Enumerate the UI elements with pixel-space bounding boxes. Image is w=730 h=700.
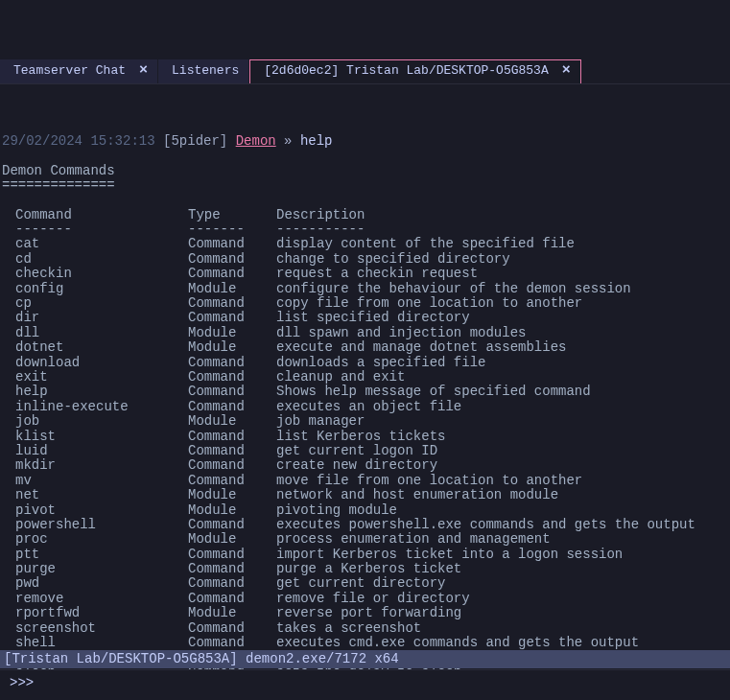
command-row: netModulenetwork and host enumeration mo… bbox=[15, 488, 728, 502]
tab-1[interactable]: Listeners bbox=[158, 59, 249, 83]
command-row: removeCommandremove file or directory bbox=[15, 592, 728, 606]
command-description: move file from one location to another bbox=[276, 474, 728, 488]
command-type: Command bbox=[188, 252, 276, 267]
command-row: dotnetModuleexecute and manage dotnet as… bbox=[15, 340, 728, 355]
help-title: Demon Commands bbox=[2, 163, 115, 178]
prompt-source-link[interactable]: Demon bbox=[236, 133, 276, 149]
command-list: CommandTypeDescription------------------… bbox=[2, 208, 728, 700]
command-row: pttCommandimport Kerberos ticket into a … bbox=[15, 548, 728, 562]
tab-2[interactable]: [2d6d0ec2] Tristan Lab/DESKTOP-O5G853A× bbox=[249, 59, 580, 83]
tab-0[interactable]: Teamserver Chat× bbox=[0, 59, 158, 83]
command-type: Module bbox=[188, 414, 276, 429]
command-description: job manager bbox=[276, 414, 728, 429]
command-type: Command bbox=[188, 311, 276, 325]
command-description: create new directory bbox=[276, 458, 728, 473]
command-name: inline-execute bbox=[15, 400, 188, 414]
command-type: Command bbox=[188, 267, 276, 281]
command-type: Command bbox=[188, 592, 276, 606]
command-name: config bbox=[15, 282, 188, 296]
command-row: pwdCommandget current directory bbox=[15, 576, 728, 591]
command-type: Command bbox=[188, 636, 276, 650]
command-row: shellCommandexecutes cmd.exe commands an… bbox=[15, 636, 728, 650]
prompt-input: help bbox=[300, 133, 333, 149]
command-type: Command bbox=[188, 385, 276, 399]
command-description: copy file from one location to another bbox=[276, 296, 728, 311]
input-prompt-prefix: >>> bbox=[10, 676, 34, 690]
command-type: Command bbox=[188, 237, 276, 251]
command-description: dll spawn and injection modules bbox=[276, 326, 728, 340]
command-name: dotnet bbox=[15, 340, 188, 355]
command-row: mkdirCommandcreate new directory bbox=[15, 458, 728, 473]
command-row: powershellCommandexecutes powershell.exe… bbox=[15, 518, 728, 532]
command-type: Module bbox=[188, 282, 276, 296]
command-row: dllModuledll spawn and injection modules bbox=[15, 326, 728, 340]
command-row: checkinCommandrequest a checkin request bbox=[15, 267, 728, 281]
command-name: mkdir bbox=[15, 458, 188, 473]
command-name: dll bbox=[15, 326, 188, 340]
command-type: Command bbox=[188, 444, 276, 458]
command-description: display content of the specified file bbox=[276, 237, 728, 251]
command-row: catCommanddisplay content of the specifi… bbox=[15, 237, 728, 251]
command-type: Command bbox=[188, 576, 276, 591]
command-name: pwd bbox=[15, 576, 188, 591]
command-description: request a checkin request bbox=[276, 267, 728, 281]
command-type: Module bbox=[188, 503, 276, 518]
command-description: remove file or directory bbox=[276, 592, 728, 606]
command-description: cleanup and exit bbox=[276, 370, 728, 385]
terminal-output: 29/02/2024 15:32:13 [5pider] Demon » hel… bbox=[0, 113, 730, 700]
command-name: dir bbox=[15, 311, 188, 325]
col-underline: ----------- bbox=[276, 222, 728, 237]
command-row: cpCommandcopy file from one location to … bbox=[15, 296, 728, 311]
help-title-underline: ============== bbox=[2, 177, 115, 193]
command-row: downloadCommanddownloads a specified fil… bbox=[15, 356, 728, 370]
command-description: list Kerberos tickets bbox=[276, 430, 728, 444]
col-header-type: Type bbox=[188, 208, 276, 222]
command-description: executes powershell.exe commands and get… bbox=[276, 518, 728, 532]
command-description: network and host enumeration module bbox=[276, 488, 728, 502]
command-description: executes an object file bbox=[276, 400, 728, 414]
command-name: purge bbox=[15, 562, 188, 576]
col-underline: ------- bbox=[15, 222, 188, 237]
close-icon[interactable]: × bbox=[562, 63, 571, 80]
command-type: Command bbox=[188, 621, 276, 636]
command-description: execute and manage dotnet assemblies bbox=[276, 340, 728, 355]
command-row: procModuleprocess enumeration and manage… bbox=[15, 532, 728, 547]
command-name: cp bbox=[15, 296, 188, 311]
command-name: shell bbox=[15, 636, 188, 650]
tab-label: [2d6d0ec2] Tristan Lab/DESKTOP-O5G853A bbox=[264, 64, 548, 78]
command-type: Command bbox=[188, 296, 276, 311]
command-description: get current logon ID bbox=[276, 444, 728, 458]
command-name: ptt bbox=[15, 548, 188, 562]
command-description: takes a screenshot bbox=[276, 621, 728, 636]
command-description: list specified directory bbox=[276, 311, 728, 325]
prompt-arrow: » bbox=[284, 133, 292, 149]
command-row: klistCommandlist Kerberos tickets bbox=[15, 430, 728, 444]
command-type: Command bbox=[188, 562, 276, 576]
command-name: exit bbox=[15, 370, 188, 385]
command-name: help bbox=[15, 385, 188, 399]
command-type: Module bbox=[188, 326, 276, 340]
command-type: Module bbox=[188, 532, 276, 547]
close-icon[interactable]: × bbox=[139, 63, 148, 80]
command-name: checkin bbox=[15, 267, 188, 281]
command-name: mv bbox=[15, 474, 188, 488]
command-description: downloads a specified file bbox=[276, 356, 728, 370]
command-row: jobModulejob manager bbox=[15, 414, 728, 429]
command-type: Command bbox=[188, 400, 276, 414]
command-description: change to specified directory bbox=[276, 252, 728, 267]
command-type: Command bbox=[188, 458, 276, 473]
command-type: Module bbox=[188, 340, 276, 355]
command-name: klist bbox=[15, 430, 188, 444]
command-row: screenshotCommandtakes a screenshot bbox=[15, 621, 728, 636]
command-row: pivotModulepivoting module bbox=[15, 503, 728, 518]
command-name: powershell bbox=[15, 518, 188, 532]
command-name: net bbox=[15, 488, 188, 502]
command-type: Command bbox=[188, 370, 276, 385]
command-name: job bbox=[15, 414, 188, 429]
command-row: helpCommandShows help message of specifi… bbox=[15, 385, 728, 399]
prompt-tag: [5pider] bbox=[163, 133, 227, 149]
command-description: get current directory bbox=[276, 576, 728, 591]
command-type: Module bbox=[188, 606, 276, 620]
command-name: screenshot bbox=[15, 621, 188, 636]
command-description: reverse port forwarding bbox=[276, 606, 728, 620]
